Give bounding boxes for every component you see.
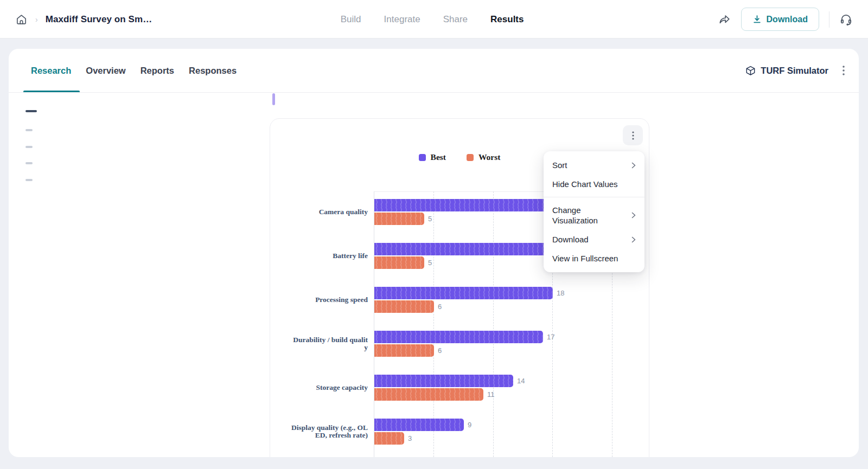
breadcrumb-separator: › — [35, 15, 38, 24]
worst-bar — [374, 256, 424, 269]
legend-item-worst[interactable]: Worst — [467, 152, 500, 162]
category-label: Durability / build quality — [281, 331, 368, 357]
turf-simulator-button[interactable]: TURF Simulator — [745, 66, 828, 76]
sidebar-item-active[interactable] — [25, 110, 37, 112]
best-bar — [374, 375, 513, 387]
category-label: Camera quality — [281, 199, 368, 225]
turf-simulator-label: TURF Simulator — [761, 66, 828, 76]
worst-bar — [374, 300, 434, 313]
headset-icon[interactable] — [839, 12, 853, 26]
y-axis-line — [374, 191, 374, 457]
bar-value-label: 3 — [408, 434, 412, 442]
worst-bar — [374, 213, 424, 225]
worst-bar — [374, 432, 404, 445]
navbar-divider — [829, 11, 829, 28]
menu-item-change-visualization[interactable]: Change Visualization — [544, 201, 644, 230]
bar-value-label: 18 — [557, 289, 564, 297]
bar-value-label: 11 — [487, 390, 495, 399]
chart-menu-button[interactable] — [623, 125, 643, 145]
tabbar-kebab-icon[interactable] — [843, 66, 845, 75]
chevron-right-icon — [631, 162, 636, 169]
tab-overview[interactable]: Overview — [86, 66, 125, 76]
best-bar — [374, 287, 553, 299]
sidebar-item[interactable] — [25, 146, 33, 148]
bar-value-label: 14 — [517, 377, 525, 385]
download-icon — [752, 15, 762, 24]
sidebar-item[interactable] — [25, 162, 33, 164]
bar-value-label: 6 — [438, 303, 442, 311]
best-bar — [374, 331, 543, 343]
legend-swatch-best — [419, 154, 426, 161]
nav-tab-integrate[interactable]: Integrate — [384, 14, 420, 25]
share-icon[interactable] — [718, 13, 731, 26]
best-bar — [374, 243, 568, 255]
main-nav: Build Integrate Share Results — [341, 0, 524, 38]
best-bar — [374, 419, 464, 431]
menu-item-hide-chart-values[interactable]: Hide Chart Values — [544, 175, 644, 194]
top-navbar: › Maxdiff Survey on Sm… Build Integrate … — [0, 0, 868, 38]
nav-tab-results[interactable]: Results — [490, 14, 524, 25]
category-label: Display quality (e.g., OLED, refresh rat… — [281, 419, 368, 445]
download-label: Download — [767, 15, 808, 24]
worst-bar — [374, 344, 434, 357]
legend-swatch-worst — [467, 154, 474, 161]
scrollbar-thumb[interactable] — [272, 93, 275, 105]
chart-context-menu: Sort Hide Chart Values Change Visualizat… — [544, 151, 644, 272]
navbar-actions: Download — [718, 0, 853, 38]
bar-value-label: 9 — [468, 421, 471, 429]
home-icon[interactable] — [15, 13, 28, 25]
cube-icon — [745, 66, 756, 76]
tab-research[interactable]: Research — [31, 66, 71, 76]
sidebar-item[interactable] — [25, 129, 33, 131]
breadcrumb: › Maxdiff Survey on Sm… — [15, 0, 152, 38]
sidebar-item[interactable] — [25, 179, 33, 181]
bar-value-label: 5 — [428, 259, 432, 267]
menu-divider — [544, 197, 644, 197]
download-button[interactable]: Download — [741, 8, 819, 31]
menu-item-view-in-fullscreen[interactable]: View in Fullscreen — [544, 249, 644, 268]
menu-item-sort[interactable]: Sort — [544, 156, 644, 175]
gridline — [493, 191, 494, 457]
results-tabbar: Research Overview Reports Responses TURF… — [9, 49, 859, 92]
worst-bar — [374, 388, 483, 401]
main-panel: Research Overview Reports Responses TURF… — [9, 49, 859, 457]
category-label: Processing speed — [281, 287, 368, 313]
tab-responses[interactable]: Responses — [189, 66, 237, 76]
tabbar-divider — [9, 92, 859, 93]
chevron-right-icon — [631, 236, 636, 243]
legend-label-best: Best — [431, 152, 446, 162]
category-label: Storage capacity — [281, 375, 368, 401]
legend-label-worst: Worst — [478, 152, 500, 162]
bar-value-label: 17 — [547, 333, 554, 341]
bar-value-label: 5 — [428, 215, 432, 223]
menu-item-download[interactable]: Download — [544, 230, 644, 249]
chevron-right-icon — [631, 212, 636, 219]
nav-tab-build[interactable]: Build — [341, 14, 361, 25]
gridline — [433, 191, 434, 457]
nav-tab-share[interactable]: Share — [443, 14, 468, 25]
bar-value-label: 6 — [438, 346, 442, 355]
kebab-icon — [632, 131, 634, 140]
survey-title[interactable]: Maxdiff Survey on Sm… — [46, 14, 152, 25]
tab-reports[interactable]: Reports — [141, 66, 174, 76]
legend-item-best[interactable]: Best — [419, 152, 446, 162]
category-label: Battery life — [281, 243, 368, 269]
